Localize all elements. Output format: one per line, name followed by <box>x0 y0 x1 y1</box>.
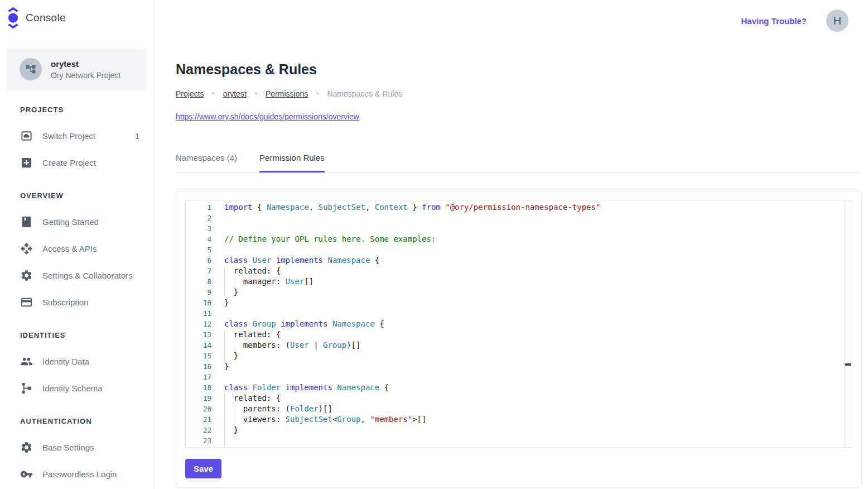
breadcrumb-link-permissions[interactable]: Permissions <box>266 89 308 99</box>
code-line: } <box>224 361 852 372</box>
code-row: 22 } <box>186 425 852 435</box>
identity-data-icon <box>20 355 33 368</box>
breadcrumb-link-projects[interactable]: Projects <box>176 89 204 99</box>
settings-collaborators-icon <box>20 269 33 282</box>
line-number: 3 <box>186 223 211 234</box>
breadcrumb-separator: • <box>316 89 319 99</box>
rules-card: 1import { Namespace, SubjectSet, Context… <box>176 191 862 488</box>
line-number: 12 <box>186 319 211 329</box>
sidebar-item-switch-project[interactable]: Switch Project1 <box>0 122 153 149</box>
code-row: 15 } <box>186 351 852 361</box>
account-tree-icon <box>25 64 36 75</box>
avatar-initial: H <box>833 15 841 27</box>
code-row: 9 } <box>186 287 852 298</box>
sidebar-item-getting-started[interactable]: Getting Started <box>0 208 153 235</box>
code-line: related: { <box>224 329 852 340</box>
code-line <box>224 308 852 319</box>
tab-permission-rules[interactable]: Permission Rules <box>259 153 325 172</box>
sidebar-item-label: Base Settings <box>42 443 94 452</box>
code-row: 6class User implements Namespace { <box>186 255 852 266</box>
line-number: 21 <box>186 414 211 425</box>
tab-namespaces-4-[interactable]: Namespaces (4) <box>176 153 237 172</box>
code-row: 3 <box>186 223 852 234</box>
sidebar-item-settings-collaborators[interactable]: Settings & Collaborators <box>0 262 153 289</box>
having-trouble-link[interactable]: Having Trouble? <box>741 16 807 26</box>
code-row: 1import { Namespace, SubjectSet, Context… <box>186 202 852 213</box>
code-row: 7 related: { <box>186 266 852 276</box>
code-row: 4// Define your OPL rules here. Some exa… <box>186 234 852 244</box>
breadcrumb-current-namespaces-rules: Namespaces & Rules <box>327 89 402 99</box>
identity-schema-icon <box>20 382 33 395</box>
code-line: permits = { <box>224 446 852 448</box>
indent-guide <box>224 340 225 351</box>
indent-guide <box>224 329 225 340</box>
indent-guide <box>224 287 225 298</box>
sidebar-item-label: Switch Project <box>42 131 95 141</box>
code-row: 21 viewers: SubjectSet<Group, "members">… <box>186 414 852 425</box>
indent-guide <box>224 351 225 361</box>
passwordless-login-icon <box>20 468 33 481</box>
sidebar-item-base-settings[interactable]: Base Settings <box>0 434 153 461</box>
main-content: Having Trouble? H Namespaces & Rules Pro… <box>153 0 868 489</box>
docs-link[interactable]: https://www.ory.sh/docs/guides/permissio… <box>176 112 359 122</box>
sidebar-nav: PROJECTSSwitch Project1Create ProjectOVE… <box>0 106 153 487</box>
code-line: } <box>224 287 852 298</box>
overview-ruler[interactable] <box>844 201 852 447</box>
sidebar-item-identity-data[interactable]: Identity Data <box>0 348 153 375</box>
line-number: 6 <box>186 255 211 266</box>
code-row: 13 related: { <box>186 329 852 340</box>
code-row: 19 related: { <box>186 393 852 404</box>
line-number: 9 <box>186 287 211 298</box>
user-avatar[interactable]: H <box>826 9 848 32</box>
code-editor[interactable]: 1import { Namespace, SubjectSet, Context… <box>185 200 852 448</box>
code-row: 14 members: (User | Group)[] <box>186 340 852 351</box>
sidebar-item-subscription[interactable]: Subscription <box>0 289 153 315</box>
sidebar-item-label: Create Project <box>42 158 96 167</box>
topbar: Having Trouble? H <box>176 0 862 41</box>
section-title-projects: PROJECTS <box>20 106 153 114</box>
ruler-cursor-mark <box>845 363 851 366</box>
sidebar-item-passwordless-login[interactable]: Passwordless Login <box>0 461 153 487</box>
code-rows: 1import { Namespace, SubjectSet, Context… <box>186 202 852 448</box>
code-row: 24 permits = { <box>186 446 852 448</box>
project-avatar <box>20 58 42 80</box>
line-number: 23 <box>186 435 211 446</box>
sidebar-item-label: Identity Schema <box>42 383 103 393</box>
code-row: 12class Group implements Namespace { <box>186 319 852 329</box>
line-number: 18 <box>186 382 211 393</box>
sidebar: Console orytest Ory Network Project PROJ… <box>0 0 153 489</box>
line-number: 22 <box>186 425 211 435</box>
code-line: class Folder implements Namespace { <box>224 382 852 393</box>
indent-guide <box>234 340 234 351</box>
indent-guide <box>224 425 225 435</box>
sidebar-item-access-apis[interactable]: Access & APIs <box>0 235 153 262</box>
code-line: class User implements Namespace { <box>224 255 852 266</box>
code-line: related: { <box>224 393 852 404</box>
line-number: 8 <box>186 276 211 287</box>
sidebar-item-badge: 1 <box>135 131 139 141</box>
indent-guide <box>234 404 234 414</box>
line-number: 14 <box>186 340 211 351</box>
code-row: 5 <box>186 244 852 255</box>
project-selector[interactable]: orytest Ory Network Project <box>7 49 146 90</box>
indent-guide <box>224 435 225 446</box>
project-name: orytest <box>51 59 120 69</box>
code-line <box>224 244 852 255</box>
code-line <box>224 213 852 223</box>
breadcrumb: Projects•orytest•Permissions•Namespaces … <box>176 89 862 99</box>
breadcrumb-separator: • <box>213 89 215 99</box>
sidebar-item-create-project[interactable]: Create Project <box>0 149 153 176</box>
line-number: 19 <box>186 393 211 404</box>
code-line: } <box>224 298 852 308</box>
indent-guide <box>224 276 225 287</box>
indent-guide <box>224 393 225 404</box>
save-button[interactable]: Save <box>185 459 221 478</box>
sidebar-item-identity-schema[interactable]: Identity Schema <box>0 375 153 401</box>
breadcrumb-link-orytest[interactable]: orytest <box>223 89 247 99</box>
code-row: 16} <box>186 361 852 372</box>
line-number: 15 <box>186 351 211 361</box>
sidebar-item-label: Identity Data <box>42 357 89 366</box>
access-apis-icon <box>20 242 33 255</box>
app-logo[interactable]: Console <box>0 0 153 29</box>
indent-guide <box>224 446 225 448</box>
